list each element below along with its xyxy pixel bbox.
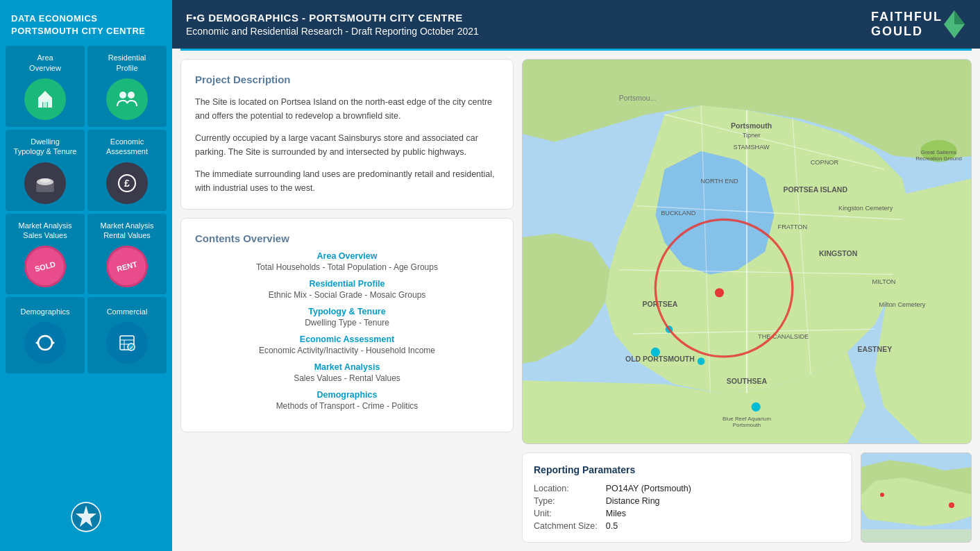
svg-text:KINGSTON: KINGSTON [819,249,857,257]
contents-section-area: Area Overview Total Households - Total P… [195,251,499,272]
right-panel: Portsmouth Tipner STAMSHAW COPNOR NORTH … [522,59,972,543]
svg-rect-0 [43,102,47,108]
contents-section-typology-title: Typology & Tenure [195,307,499,316]
svg-text:Portsmou...: Portsmou... [619,94,657,102]
sidebar-item-economic-assessment[interactable]: EconomicAssessment £ [87,130,167,211]
demographics-icon [24,322,66,364]
svg-text:NORTH END: NORTH END [700,178,738,185]
main-content: F•G Demographics - Portsmouth City Centr… [172,0,980,551]
project-desc-p2: Currently occupied by a large vacant Sai… [195,131,499,159]
contents-section-market: Market Analysis Sales Values - Rental Va… [195,362,499,383]
contents-section-market-title: Market Analysis [195,362,499,372]
catchment-value: 0.5 [606,521,840,531]
sidebar-title-line2: Portsmouth City Centre [11,26,146,36]
location-value: PO14AY (Portsmouth) [606,484,840,493]
map-container: Portsmouth Tipner STAMSHAW COPNOR NORTH … [522,59,972,444]
sidebar-item-commercial[interactable]: Commercial ✓ [87,297,167,373]
contents-section-typology: Typology & Tenure Dwelling Type - Tenure [195,307,499,328]
contents-overview-title: Contents Overview [195,232,499,244]
reporting-row: Reporting Paramaters Location: PO14AY (P… [522,452,972,543]
svg-text:✓: ✓ [129,345,134,351]
contents-section-residential-items: Ethnic Mix - Social Grade - Mosaic Group… [195,290,499,300]
contents-section-typology-items: Dwelling Type - Tenure [195,318,499,328]
svg-text:SOUTHSEA: SOUTHSEA [727,377,768,385]
mini-map [861,452,972,543]
sidebar-item-label: DwellingTypology & Tenure [14,137,77,157]
location-label: Location: [534,484,598,493]
sidebar-item-market-rental[interactable]: Market AnalysisRental Values RENT [87,214,167,295]
reporting-parameters-card: Reporting Paramaters Location: PO14AY (P… [522,452,852,543]
contents-section-economic-items: Economic Activity/Inactivity - Household… [195,346,499,355]
header: F•G Demographics - Portsmouth City Centr… [172,0,980,49]
type-value: Distance Ring [606,496,840,506]
contents-section-demographics: Demographics Methods of Transport - Crim… [195,390,499,411]
svg-point-61 [880,493,884,497]
residential-profile-icon [106,78,148,120]
svg-text:Blue Reef Aquarium: Blue Reef Aquarium [723,416,772,422]
svg-point-50 [651,348,660,357]
svg-text:Milton Cemetery: Milton Cemetery [879,301,925,308]
sidebar-item-label: Commercial [107,307,148,316]
svg-point-2 [128,92,135,99]
svg-text:STAMSHAW: STAMSHAW [734,144,770,151]
sidebar-grid: AreaOverview ResidentialProfile [0,46,172,373]
reporting-parameters-title: Reporting Paramaters [534,464,840,475]
sidebar-logo [62,493,110,544]
contents-section-residential-title: Residential Profile [195,279,499,289]
header-title: F•G Demographics - Portsmouth City Centr… [186,12,479,37]
sidebar-item-label: Demographics [21,307,70,316]
faithful-gould-logo: FAITHFUL GOULD [871,10,966,39]
faithful-text: FAITHFUL [871,10,943,24]
commercial-icon: ✓ [106,322,148,364]
contents-section-area-title: Area Overview [195,251,499,261]
sidebar-item-dwelling-typology[interactable]: DwellingTypology & Tenure [6,130,85,211]
sidebar-item-area-overview[interactable]: AreaOverview [6,46,85,127]
left-panel: Project Description The Site is located … [180,59,514,543]
unit-value: Miles [606,509,840,518]
contents-section-residential: Residential Profile Ethnic Mix - Social … [195,279,499,300]
contents-section-demographics-items: Methods of Transport - Crime - Politics [195,401,499,411]
svg-point-60 [949,502,954,508]
svg-point-1 [119,92,126,99]
contents-section-economic: Economic Assessment Economic Activity/In… [195,334,499,355]
svg-text:PORTSEA: PORTSEA [642,300,677,308]
reporting-parameters-grid: Location: PO14AY (Portsmouth) Type: Dist… [534,484,840,531]
project-description-title: Project Description [195,74,499,85]
sidebar-item-demographics[interactable]: Demographics [6,297,85,373]
sidebar-item-label: AreaOverview [29,53,61,73]
svg-text:OLD PORTSMOUTH: OLD PORTSMOUTH [625,355,695,363]
type-label: Type: [534,496,598,506]
svg-text:PORTSEA ISLAND: PORTSEA ISLAND [783,185,847,194]
sidebar-title-line1: Data Economics [11,13,97,24]
sidebar-item-label: Market AnalysisRental Values [100,221,153,241]
header-title-main: F•G Demographics - Portsmouth City Centr… [186,12,479,24]
svg-text:Portsmouth: Portsmouth [731,121,772,130]
project-desc-p1: The Site is located on Portsea Island on… [195,95,499,123]
svg-point-52 [698,357,705,365]
fg-logo-text: FAITHFUL GOULD [871,10,943,39]
contents-section-demographics-title: Demographics [195,390,499,400]
gould-text: GOULD [871,24,943,39]
area-overview-icon [24,78,66,120]
svg-text:FRATTON: FRATTON [778,223,808,230]
svg-text:BUCKLAND: BUCKLAND [661,210,695,217]
project-description-body: The Site is located on Portsea Island on… [195,95,499,195]
svg-marker-9 [52,341,55,345]
contents-overview-card: Contents Overview Area Overview Total Ho… [180,218,514,432]
sidebar-item-label: EconomicAssessment [106,137,148,157]
header-title-sub: Economic and Residential Research - Draf… [186,26,479,37]
sidebar-item-residential-profile[interactable]: ResidentialProfile [87,46,167,127]
svg-marker-21 [954,10,965,24]
svg-point-53 [752,402,761,412]
sold-badge-icon: SOLD [19,241,70,291]
sidebar-item-market-sales[interactable]: Market AnalysisSales Values SOLD [6,214,85,295]
sidebar-item-label: Market AnalysisSales Values [18,221,71,241]
svg-text:MILTON: MILTON [872,278,896,285]
sidebar: Data Economics Portsmouth City Centre Ar… [0,0,172,551]
svg-text:EASTNEY: EASTNEY [857,345,892,353]
svg-point-5 [40,178,51,183]
svg-text:Recreation Ground: Recreation Ground [915,155,962,162]
sidebar-title: Data Economics Portsmouth City Centre [0,7,172,46]
svg-text:Great Salterns: Great Salterns [921,149,956,155]
svg-text:COPNOR: COPNOR [811,159,839,166]
